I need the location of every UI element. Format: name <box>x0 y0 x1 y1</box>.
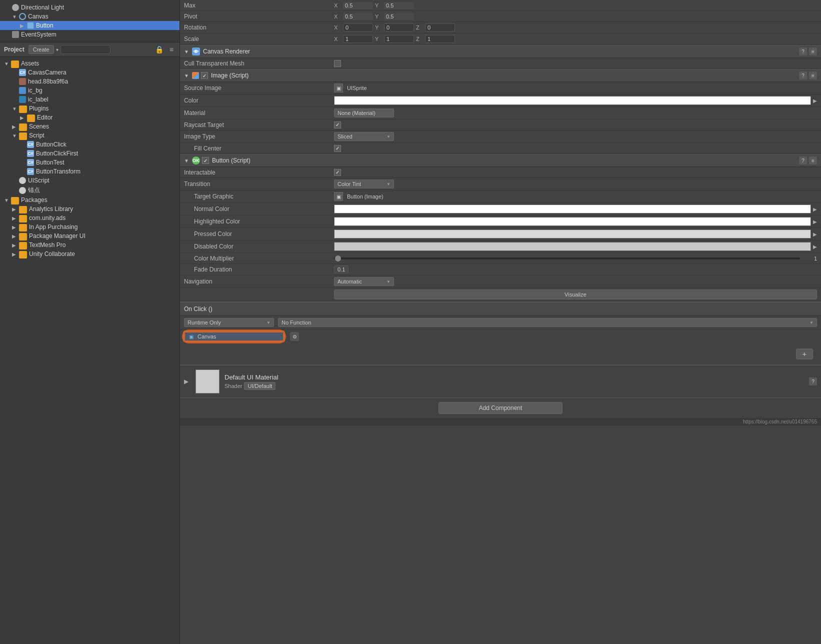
runtime-only-dropdown[interactable]: Runtime Only ▼ <box>184 318 274 327</box>
list-icon[interactable]: ≡ <box>168 44 176 54</box>
pivot-x-field[interactable]: 0.5 <box>343 13 373 20</box>
rot-y-field[interactable]: 0 <box>384 24 414 32</box>
tree-iap[interactable]: ▶ In App Purchasing <box>0 222 180 232</box>
rot-x-field[interactable]: 0 <box>343 24 373 32</box>
create-dropdown-arrow[interactable]: ▾ <box>56 47 58 52</box>
row-rotation: Rotation X 0 Y 0 Z 0 <box>180 22 821 34</box>
hierarchy-item-directional-light[interactable]: Directional Light <box>0 3 180 12</box>
create-button[interactable]: Create <box>28 45 54 54</box>
image-script-header-right: ? ≡ <box>799 72 817 80</box>
disabled-color-label: Disabled Color <box>184 243 334 250</box>
tree-collaborate[interactable]: ▶ Unity Collaborate <box>0 250 180 258</box>
disabled-color-field[interactable] <box>334 242 811 251</box>
fade-duration-field[interactable]: 0.1 <box>334 266 348 274</box>
hierarchy-item-canvas[interactable]: ▼ Canvas <box>0 12 180 21</box>
iap-folder-icon <box>19 224 27 230</box>
raycast-value: ✓ <box>334 122 817 128</box>
pivot-y-field[interactable]: 0.5 <box>384 13 414 20</box>
no-function-field[interactable]: No Function ▼ <box>278 318 817 327</box>
target-graphic-picker[interactable]: ▣ <box>334 192 343 201</box>
rot-z-field[interactable]: 0 <box>425 24 455 32</box>
scale-z-field[interactable]: 1 <box>425 35 455 43</box>
packages-folder-icon <box>11 197 19 203</box>
head-icon <box>19 78 26 85</box>
cavasCam-icon: C# <box>19 69 26 76</box>
image-script-help[interactable]: ? <box>799 72 807 80</box>
transition-dropdown[interactable]: Color Tint ▼ <box>334 180 394 188</box>
interactable-checkbox[interactable]: ✓ <box>334 169 341 176</box>
tree-buttonclick[interactable]: C# ButtonClick <box>0 140 180 149</box>
canvas-field[interactable]: ▣ Canvas <box>184 332 284 342</box>
fill-center-checkbox[interactable]: ✓ <box>334 145 341 152</box>
color-field[interactable] <box>334 96 811 105</box>
highlighted-color-label: Highlighted Color <box>184 218 334 225</box>
rot-x-label: X <box>334 24 341 30</box>
pressed-color-field[interactable] <box>334 230 811 238</box>
tree-ads[interactable]: ▶ com.unity.ads <box>0 214 180 222</box>
project-search-input[interactable] <box>60 45 110 54</box>
max-y-field[interactable]: 0.5 <box>384 2 414 9</box>
button-script-enable-checkbox[interactable]: ✓ <box>202 157 209 164</box>
tree-editor[interactable]: ▶ Editor <box>0 113 180 122</box>
image-type-dropdown[interactable]: Sliced ▼ <box>334 132 394 141</box>
lock-icon[interactable]: 🔒 <box>153 44 166 54</box>
color-multiplier-slider-track[interactable] <box>334 258 800 260</box>
cull-checkbox[interactable] <box>334 60 341 67</box>
btnclick-icon: C# <box>27 141 34 148</box>
tree-buttontest[interactable]: C# ButtonTest <box>0 158 180 167</box>
hierarchy-item-button[interactable]: ▶ Button <box>0 21 180 30</box>
icbg-icon <box>19 87 26 94</box>
tree-pkgmgr[interactable]: ▶ Package Manager UI <box>0 232 180 240</box>
tree-cavasCam[interactable]: C# CavasCamera <box>0 68 180 77</box>
canvas-settings-button[interactable]: ⚙ <box>290 332 299 341</box>
source-image-picker[interactable]: ▣ <box>334 84 343 92</box>
button-script-header[interactable]: ▼ OK ✓ Button (Script) ? ≡ <box>180 154 821 167</box>
tree-script-folder[interactable]: ▼ Script <box>0 131 180 140</box>
add-onclick-button[interactable]: + <box>796 348 813 360</box>
color-multiplier-value: 1 <box>334 256 817 262</box>
image-script-header[interactable]: ▼ ✓ Image (Script) ? ≡ <box>180 69 821 82</box>
highlighted-color-field[interactable] <box>334 217 811 226</box>
packages-label: Packages <box>21 196 48 204</box>
navigation-dropdown[interactable]: Automatic ▼ <box>334 277 394 286</box>
tree-plugins[interactable]: ▼ Plugins <box>0 104 180 113</box>
button-script-settings[interactable]: ≡ <box>809 156 817 164</box>
normal-color-field[interactable] <box>334 204 811 214</box>
button-script-title: Button (Script) <box>212 157 250 164</box>
tree-scenes[interactable]: ▶ Scenes <box>0 122 180 131</box>
tree-assets-folder[interactable]: ▼ Assets <box>0 59 180 68</box>
color-arrow: ▶ <box>813 98 817 104</box>
tree-icbg[interactable]: ic_bg <box>0 86 180 95</box>
row-cull: Cull Transparent Mesh <box>180 58 821 69</box>
tree-buttoncklickfirst[interactable]: C# ButtonClickFirst <box>0 149 180 158</box>
tree-head[interactable]: head.88ba9f6a <box>0 77 180 86</box>
canvas-renderer-settings[interactable]: ≡ <box>809 48 817 56</box>
tree-packages-folder[interactable]: ▼ Packages <box>0 196 180 204</box>
max-x-field[interactable]: 0.5 <box>343 2 373 9</box>
row-normal-color: Normal Color ▶ <box>180 203 821 216</box>
tree-iclabel[interactable]: ic_label <box>0 95 180 104</box>
tree-anchor[interactable]: 锚点 <box>0 185 180 196</box>
raycast-checkbox[interactable]: ✓ <box>334 122 341 128</box>
material-help-btn[interactable]: ? <box>809 378 817 386</box>
color-multiplier-thumb[interactable] <box>335 256 341 262</box>
shader-value[interactable]: UI/Default <box>244 382 276 390</box>
material-field[interactable]: None (Material) <box>334 108 394 118</box>
visualize-button[interactable]: Visualize <box>334 290 817 300</box>
pkgmgr-folder-icon <box>19 233 27 239</box>
image-script-enable-checkbox[interactable]: ✓ <box>201 72 208 79</box>
tree-uiscript[interactable]: UIScript <box>0 176 180 185</box>
hierarchy-item-eventsystem[interactable]: EventSystem <box>0 30 180 39</box>
highlighted-color-value: ▶ <box>334 217 817 226</box>
row-fill-center: Fill Center ✓ <box>180 143 821 154</box>
tree-textmesh[interactable]: ▶ TextMesh Pro <box>0 240 180 250</box>
canvas-renderer-header[interactable]: ▼ 👁 Canvas Renderer ? ≡ <box>180 45 821 58</box>
tree-buttontransform[interactable]: C# ButtonTransform <box>0 167 180 176</box>
button-script-help[interactable]: ? <box>799 156 807 164</box>
canvas-renderer-help[interactable]: ? <box>799 48 807 56</box>
scale-y-field[interactable]: 1 <box>384 35 414 43</box>
image-script-settings[interactable]: ≡ <box>809 72 817 80</box>
add-component-button[interactable]: Add Component <box>438 402 563 414</box>
scale-x-field[interactable]: 1 <box>343 35 373 43</box>
tree-analytics[interactable]: ▶ Analytics Library <box>0 204 180 214</box>
